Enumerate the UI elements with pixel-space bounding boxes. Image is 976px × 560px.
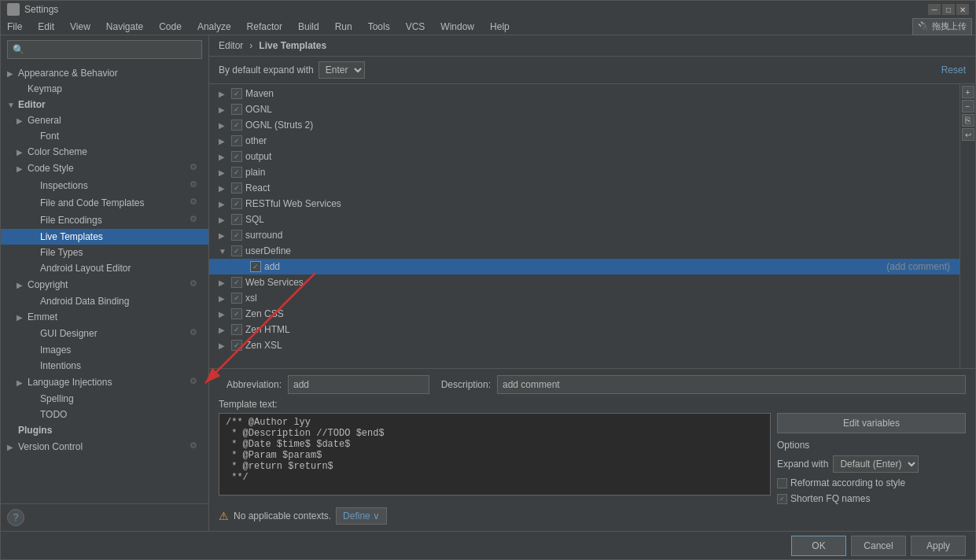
scroll-copy-button[interactable]: ⎘ — [962, 114, 974, 127]
template-item-web-services[interactable]: ▶ ✓ Web Services — [209, 274, 959, 290]
template-item-zen-css[interactable]: ▶ ✓ Zen CSS — [209, 306, 959, 322]
template-item-output[interactable]: ▶ ✓ output — [209, 149, 959, 164]
arrow-right-icon: ▶ — [219, 184, 230, 193]
sidebar-item-file-types[interactable]: File Types — [1, 245, 208, 260]
menu-navigate[interactable]: Navigate — [103, 20, 146, 34]
sidebar-item-spelling[interactable]: Spelling — [1, 391, 208, 407]
template-item-ognl[interactable]: ▶ ✓ OGNL — [209, 101, 959, 117]
scroll-undo-button[interactable]: ↩ — [962, 128, 974, 141]
edit-variables-button[interactable]: Edit variables — [777, 413, 966, 433]
template-item-restful[interactable]: ▶ ✓ RESTful Web Services — [209, 196, 959, 212]
template-textarea[interactable]: /** @Author lyy * @Description //TODO $e… — [219, 413, 771, 496]
close-button[interactable]: ✕ — [956, 4, 969, 15]
template-item-surround[interactable]: ▶ ✓ surround — [209, 227, 959, 243]
description-input[interactable] — [497, 375, 966, 394]
checkbox-sql[interactable]: ✓ — [231, 214, 242, 225]
template-item-zen-xsl[interactable]: ▶ ✓ Zen XSL — [209, 337, 959, 353]
sidebar-item-todo[interactable]: TODO — [1, 407, 208, 422]
sidebar-item-general[interactable]: ▶ General — [1, 112, 208, 128]
sidebar-item-gui-designer[interactable]: GUI Designer ⚙ — [1, 325, 208, 342]
reset-button[interactable]: Reset — [941, 64, 966, 76]
template-item-plain[interactable]: ▶ ✓ plain — [209, 164, 959, 180]
checkbox-output[interactable]: ✓ — [231, 151, 242, 162]
settings-window: Settings ─ □ ✕ File Edit View Navigate C… — [0, 0, 976, 560]
checkbox-zen-html[interactable]: ✓ — [231, 324, 242, 335]
expand-with-select[interactable]: Default (Enter) — [833, 455, 919, 473]
checkbox-maven[interactable]: ✓ — [231, 88, 242, 99]
checkbox-web-services[interactable]: ✓ — [231, 277, 242, 288]
template-item-add[interactable]: ✓ add (add comment) — [209, 259, 959, 274]
template-item-ognl-struts[interactable]: ▶ ✓ OGNL (Struts 2) — [209, 117, 959, 133]
sidebar-item-plugins[interactable]: Plugins — [1, 422, 208, 438]
minimize-button[interactable]: ─ — [928, 4, 941, 15]
arrow-right-icon: ▶ — [219, 153, 230, 161]
menu-build[interactable]: Build — [295, 20, 322, 34]
menu-window[interactable]: Window — [437, 20, 477, 34]
menu-view[interactable]: View — [67, 20, 94, 34]
maximize-button[interactable]: □ — [942, 4, 955, 15]
sidebar-item-copyright[interactable]: ▶ Copyright ⚙ — [1, 276, 208, 293]
template-item-maven[interactable]: ▶ ✓ Maven — [209, 86, 959, 101]
sidebar-item-appearance[interactable]: ▶ Appearance & Behavior — [1, 65, 208, 81]
checkbox-restful[interactable]: ✓ — [231, 198, 242, 209]
checkbox-zen-xsl[interactable]: ✓ — [231, 340, 242, 351]
sidebar-item-android-layout[interactable]: Android Layout Editor — [1, 260, 208, 276]
template-item-xsl[interactable]: ▶ ✓ xsl — [209, 290, 959, 306]
breadcrumb-editor: Editor — [219, 40, 243, 51]
sidebar-item-emmet[interactable]: ▶ Emmet — [1, 309, 208, 325]
sidebar-item-inspections[interactable]: Inspections ⚙ — [1, 177, 208, 194]
menu-vcs[interactable]: VCS — [403, 20, 429, 34]
sidebar-item-code-style[interactable]: ▶ Code Style ⚙ — [1, 160, 208, 177]
sidebar-item-intentions[interactable]: Intentions — [1, 358, 208, 374]
search-input[interactable] — [7, 40, 202, 59]
template-item-zen-html[interactable]: ▶ ✓ Zen HTML — [209, 322, 959, 337]
abbreviation-input[interactable] — [288, 375, 429, 394]
sidebar-item-version-control[interactable]: ▶ Version Control ⚙ — [1, 438, 208, 455]
template-item-react[interactable]: ▶ ✓ React — [209, 180, 959, 196]
expand-select[interactable]: Enter — [319, 61, 365, 79]
template-item-other[interactable]: ▶ ✓ other — [209, 133, 959, 149]
template-item-userdefine[interactable]: ▼ ✓ userDefine — [209, 243, 959, 259]
sidebar-item-font[interactable]: Font — [1, 128, 208, 144]
checkbox-plain[interactable]: ✓ — [231, 167, 242, 178]
help-button[interactable]: ? — [7, 509, 24, 526]
menu-file[interactable]: File — [4, 20, 25, 34]
checkbox-add[interactable]: ✓ — [250, 261, 261, 272]
checkbox-zen-css[interactable]: ✓ — [231, 308, 242, 319]
sidebar-item-color-scheme[interactable]: ▶ Color Scheme — [1, 144, 208, 160]
scroll-plus-button[interactable]: + — [962, 86, 974, 98]
sidebar-item-keymap[interactable]: Keymap — [1, 81, 208, 97]
checkbox-ognl[interactable]: ✓ — [231, 104, 242, 115]
sidebar-item-live-templates[interactable]: Live Templates — [1, 229, 208, 245]
menu-analyze[interactable]: Analyze — [194, 20, 234, 34]
checkbox-ognl-struts[interactable]: ✓ — [231, 120, 242, 131]
menu-code[interactable]: Code — [156, 20, 185, 34]
sidebar-item-lang-injections[interactable]: ▶ Language Injections ⚙ — [1, 374, 208, 391]
sidebar-item-file-encodings[interactable]: File Encodings ⚙ — [1, 212, 208, 229]
plugin-button[interactable]: 🔌 拖拽上传 — [912, 18, 972, 35]
right-panel: Editor › Live Templates By default expan… — [209, 35, 975, 531]
shorten-checkbox[interactable]: ✓ — [777, 494, 787, 504]
cancel-button[interactable]: Cancel — [851, 536, 906, 556]
apply-button[interactable]: Apply — [911, 536, 966, 556]
ok-button[interactable]: OK — [791, 536, 846, 556]
checkbox-userdefine[interactable]: ✓ — [231, 245, 242, 256]
reformat-checkbox[interactable] — [777, 478, 787, 488]
sidebar-item-images[interactable]: Images — [1, 342, 208, 358]
scroll-minus-button[interactable]: − — [962, 100, 974, 112]
checkbox-other[interactable]: ✓ — [231, 135, 242, 146]
template-item-sql[interactable]: ▶ ✓ SQL — [209, 212, 959, 227]
sidebar-item-android-databinding[interactable]: Android Data Binding — [1, 293, 208, 309]
checkbox-surround[interactable]: ✓ — [231, 230, 242, 241]
menu-tools[interactable]: Tools — [365, 20, 393, 34]
checkbox-xsl[interactable]: ✓ — [231, 293, 242, 304]
menu-help[interactable]: Help — [487, 20, 513, 34]
sidebar-item-label: TODO — [40, 409, 202, 420]
menu-edit[interactable]: Edit — [35, 20, 57, 34]
checkbox-react[interactable]: ✓ — [231, 182, 242, 193]
menu-run[interactable]: Run — [332, 20, 355, 34]
define-button[interactable]: Define ∨ — [336, 507, 387, 525]
sidebar-item-file-code-templates[interactable]: File and Code Templates ⚙ — [1, 194, 208, 212]
menu-refactor[interactable]: Refactor — [244, 20, 285, 34]
sidebar-item-editor[interactable]: ▼ Editor — [1, 97, 208, 112]
